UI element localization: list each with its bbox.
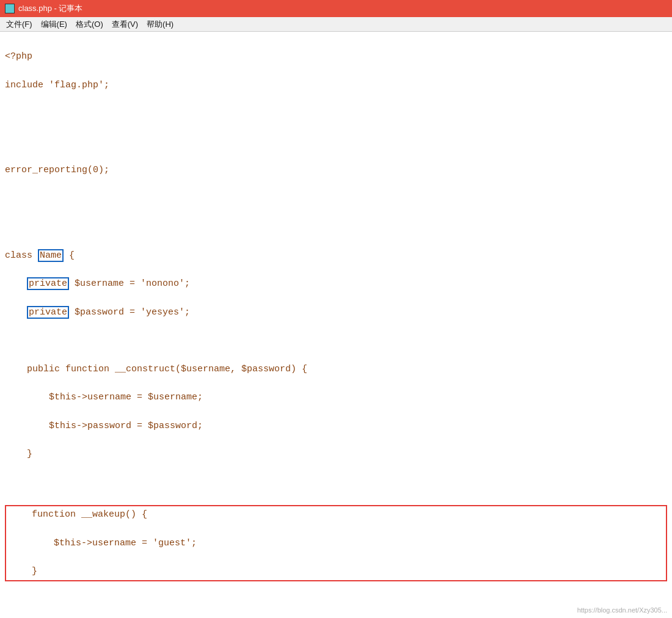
code-line-10: private $password = 'yesyes'; <box>5 305 667 319</box>
code-editor: <?php include 'flag.php'; error_reportin… <box>0 32 672 618</box>
code-line-9: private $username = 'nonono'; <box>5 277 667 291</box>
code-line-7 <box>5 220 667 234</box>
code-line-20 <box>5 597 667 611</box>
code-line-6 <box>5 192 667 206</box>
menu-view[interactable]: 查看(V) <box>108 18 142 31</box>
menu-format[interactable]: 格式(O) <box>72 18 107 31</box>
code-line-16 <box>5 476 667 490</box>
code-line-17: function __wakeup() { <box>10 507 662 522</box>
notepad-icon <box>5 4 15 13</box>
code-line-3 <box>5 106 667 120</box>
code-line-18: $this->username = 'guest'; <box>10 536 662 550</box>
code-line-14: $this->password = $password; <box>5 419 667 433</box>
menu-file[interactable]: 文件(F) <box>2 18 36 31</box>
highlight-Name: Name <box>38 249 64 262</box>
code-line-11 <box>5 333 667 347</box>
code-line-8: class Name { <box>5 249 667 263</box>
code-line-5: error_reporting(0); <box>5 163 667 177</box>
highlight-private1: private <box>27 277 69 290</box>
code-line-12: public function __construct($username, $… <box>5 362 667 376</box>
code-line-4 <box>5 135 667 149</box>
menu-edit[interactable]: 编辑(E) <box>37 18 71 31</box>
code-line-19: } <box>10 564 662 578</box>
menu-help[interactable]: 帮助(H) <box>143 18 177 31</box>
title-bar: class.php - 记事本 <box>0 0 672 17</box>
code-line-13: $this->username = $username; <box>5 390 667 404</box>
watermark: https://blog.csdn.net/Xzy305... <box>577 605 667 616</box>
highlight-private2: private <box>27 306 69 319</box>
window-title: class.php - 记事本 <box>18 3 82 14</box>
menu-bar: 文件(F) 编辑(E) 格式(O) 查看(V) 帮助(H) <box>0 17 672 32</box>
code-line-2: include 'flag.php'; <box>5 78 667 92</box>
code-line-1: <?php <box>5 49 667 64</box>
highlight-wakeup-block: function __wakeup() { $this->username = … <box>5 505 667 581</box>
code-line-15: } <box>5 447 667 461</box>
